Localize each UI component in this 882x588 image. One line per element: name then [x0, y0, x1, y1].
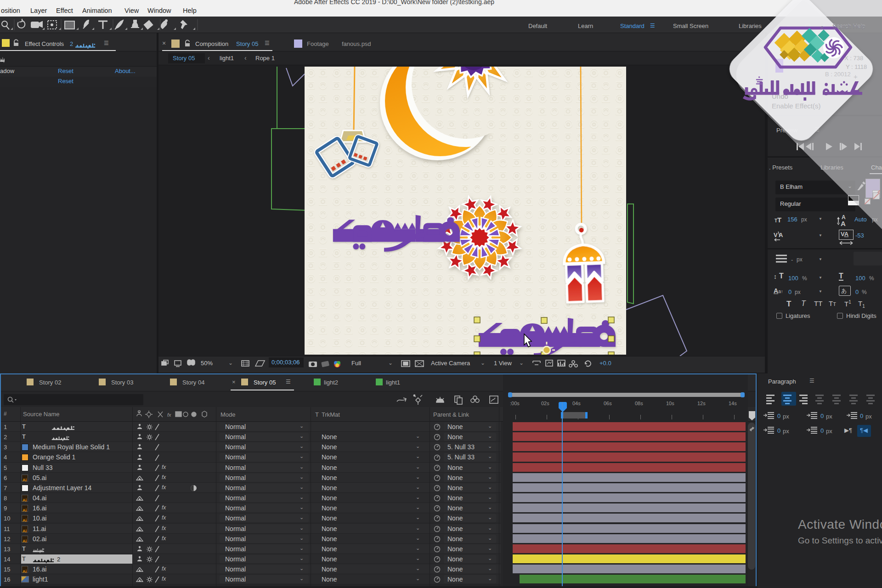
svg-text:A: A: [841, 220, 846, 227]
svg-text:V: V: [774, 232, 778, 238]
svg-text:fx: fx: [167, 412, 171, 418]
